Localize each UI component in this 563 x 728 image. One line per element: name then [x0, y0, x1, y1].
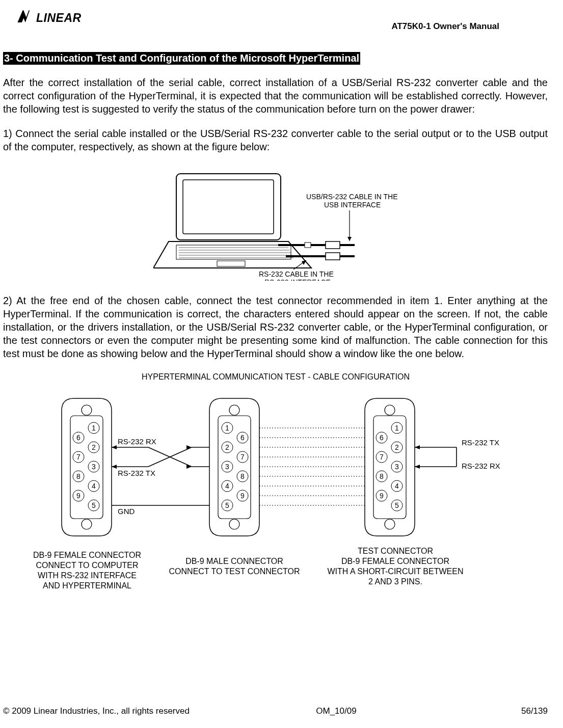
svg-text:8: 8 [380, 472, 384, 480]
paragraph-step2: 2) At the free end of the chosen cable, … [3, 294, 548, 360]
svg-text:3: 3 [225, 463, 229, 471]
svg-text:4: 4 [92, 482, 96, 490]
svg-marker-87 [112, 465, 117, 469]
fig2-gnd-label: GND [118, 507, 135, 516]
fig2-tx-label-right: RS-232 TX [462, 438, 499, 447]
svg-text:8: 8 [240, 472, 245, 480]
svg-text:3: 3 [395, 463, 399, 471]
fig2-right-cap-2: DB-9 FEMALE CONNECTOR [341, 557, 449, 565]
svg-text:1: 1 [92, 424, 96, 432]
logo: LINEAR [16, 9, 82, 26]
fig2-mid-cap-2: CONNECT TO TEST CONNECTOR [169, 567, 300, 576]
svg-text:6: 6 [380, 434, 384, 442]
logo-text: LINEAR [36, 11, 82, 25]
svg-marker-82 [112, 445, 117, 449]
svg-marker-103 [415, 445, 420, 449]
svg-rect-10 [326, 241, 340, 249]
svg-text:5: 5 [225, 501, 229, 509]
fig2-left-cap-1: DB-9 FEMALE CONNECTOR [33, 551, 141, 559]
svg-text:5: 5 [395, 501, 399, 509]
fig2-right-cap-3: WITH A SHORT-CIRCUIT BETWEEN [327, 567, 463, 576]
figure-connectors: HYPERTERMINAL COMMUNICATION TEST - CABLE… [3, 370, 548, 597]
svg-text:2: 2 [225, 443, 229, 451]
svg-marker-104 [415, 465, 420, 469]
svg-rect-12 [305, 242, 311, 248]
svg-rect-14 [326, 253, 340, 260]
footer-doc-code: OM_10/09 [316, 706, 356, 716]
fig1-rs232-label-1: RS-232 CABLE IN THE [259, 270, 334, 278]
svg-text:7: 7 [76, 453, 81, 461]
fig1-usb-label-2: USB INTERFACE [324, 201, 381, 209]
svg-text:4: 4 [395, 482, 399, 490]
fig2-rx-label: RS-232 RX [118, 437, 156, 446]
svg-text:7: 7 [240, 453, 245, 461]
footer-copyright: © 2009 Linear Industries, Inc., all righ… [3, 706, 190, 716]
fig2-mid-cap-1: DB-9 MALE CONNECTOR [185, 557, 283, 565]
svg-text:1: 1 [395, 424, 399, 432]
svg-text:3: 3 [92, 463, 96, 471]
paragraph-step1: 1) Connect the serial cable installed or… [3, 127, 548, 153]
fig2-rx-label-right: RS-232 RX [462, 462, 500, 470]
page-footer: © 2009 Linear Industries, Inc., all righ… [3, 706, 548, 716]
section-heading: 3- Communication Test and Configuration … [3, 52, 360, 65]
svg-text:6: 6 [240, 434, 245, 442]
fig1-rs232-label-2: RS-232 INTERFACE [264, 278, 331, 281]
logo-icon [16, 9, 33, 26]
svg-text:9: 9 [240, 492, 245, 500]
svg-text:9: 9 [380, 492, 384, 500]
svg-rect-1 [183, 180, 274, 234]
fig2-left-cap-2: CONNECT TO COMPUTER [36, 561, 138, 570]
svg-text:4: 4 [225, 482, 229, 490]
footer-page-number: 56/139 [521, 706, 548, 716]
svg-text:5: 5 [92, 501, 96, 509]
svg-text:1: 1 [225, 424, 229, 432]
svg-text:8: 8 [76, 472, 81, 480]
fig2-right-cap-4: 2 AND 3 PINS. [368, 577, 422, 586]
svg-text:9: 9 [76, 492, 81, 500]
fig2-title: HYPERTERMINAL COMMUNICATION TEST - CABLE… [142, 372, 410, 381]
fig2-tx-label: RS-232 TX [118, 469, 155, 477]
svg-rect-0 [176, 174, 281, 240]
fig2-left-cap-3: WITH RS-232 INTERFACE [38, 571, 137, 580]
fig2-right-cap-1: TEST CONNECTOR [358, 547, 433, 555]
svg-marker-17 [347, 237, 352, 241]
figure-laptop-cables: USB/RS-232 CABLE IN THE USB INTERFACE RS… [3, 169, 548, 283]
fig2-left-cap-4: AND HYPERTERMINAL [43, 581, 131, 590]
manual-title: AT75K0-1 Owner's Manual [391, 21, 499, 32]
page-header: LINEAR AT75K0-1 Owner's Manual [3, 9, 548, 32]
fig1-usb-label-1: USB/RS-232 CABLE IN THE [306, 193, 397, 201]
svg-text:2: 2 [92, 443, 96, 451]
paragraph-intro: After the correct installation of the se… [3, 76, 548, 116]
svg-text:7: 7 [380, 453, 384, 461]
svg-text:2: 2 [395, 443, 399, 451]
svg-text:6: 6 [76, 434, 81, 442]
